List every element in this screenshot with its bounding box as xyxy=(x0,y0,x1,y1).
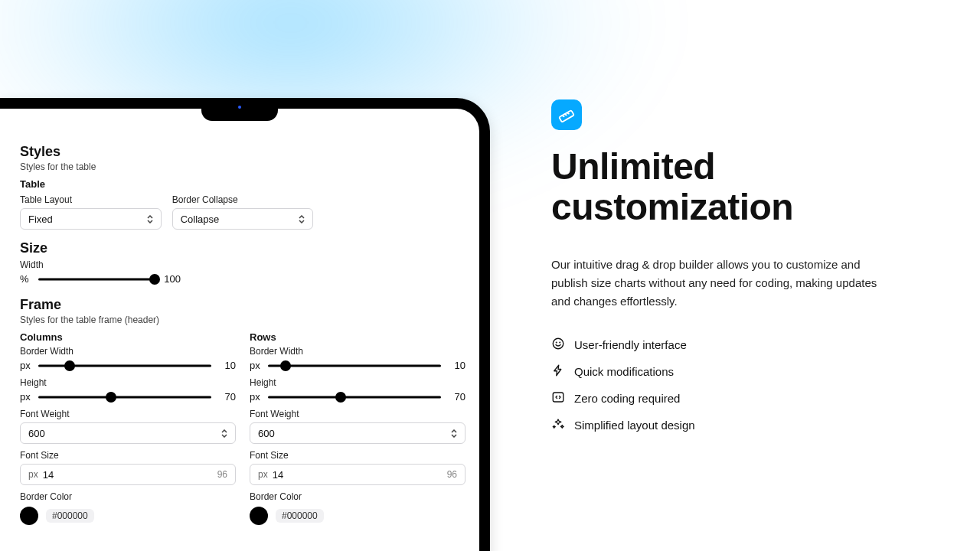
chevron-updown-icon xyxy=(147,215,153,223)
chevron-updown-icon xyxy=(451,429,457,438)
tablet-notch xyxy=(201,98,278,121)
columns-border-width-slider[interactable] xyxy=(38,360,211,371)
hero-section: Unlimited customization Our intuitive dr… xyxy=(551,99,919,433)
rows-heading: Rows xyxy=(250,331,466,343)
rows-font-size-value: 14 xyxy=(273,469,283,481)
hero-description: Our intuitive drag & drop builder allows… xyxy=(551,256,896,311)
columns-font-weight-value: 600 xyxy=(28,428,45,439)
ruler-icon xyxy=(558,106,575,123)
section-size-title: Size xyxy=(20,240,466,256)
rows-font-weight-select[interactable]: 600 xyxy=(250,422,466,444)
columns-border-color-hex: #000000 xyxy=(46,509,94,523)
rows-border-width-slider[interactable] xyxy=(268,360,441,371)
sparkles-icon xyxy=(551,417,565,433)
section-frame-subtitle: Styles for the table frame (header) xyxy=(20,315,466,325)
table-layout-value: Fixed xyxy=(28,214,53,225)
lightning-icon xyxy=(551,364,565,380)
rows-font-size-label: Font Size xyxy=(250,450,466,461)
rows-border-color-label: Border Color xyxy=(250,491,466,502)
svg-point-6 xyxy=(560,342,560,343)
section-styles-title: Styles xyxy=(20,144,466,160)
rows-height-label: Height xyxy=(250,377,466,388)
columns-border-width-unit: px xyxy=(20,360,32,371)
border-collapse-select[interactable]: Collapse xyxy=(172,208,314,230)
table-layout-select[interactable]: Fixed xyxy=(20,208,162,230)
section-frame-title: Frame xyxy=(20,297,466,313)
feature-text: Simplified layout design xyxy=(574,419,695,432)
rows-border-color-hex: #000000 xyxy=(276,509,324,523)
feature-text: Zero coding required xyxy=(574,392,680,405)
tablet-device-frame: Styles Styles for the table Table Table … xyxy=(0,98,490,551)
svg-rect-0 xyxy=(559,110,574,122)
columns-font-size-label: Font Size xyxy=(20,450,236,461)
svg-point-5 xyxy=(556,342,557,343)
svg-point-4 xyxy=(553,338,564,349)
columns-font-weight-select[interactable]: 600 xyxy=(20,422,236,444)
hero-title: Unlimited customization xyxy=(551,147,919,228)
columns-height-value: 70 xyxy=(217,391,236,403)
code-icon xyxy=(551,390,565,406)
rows-border-width-value: 10 xyxy=(447,360,466,371)
rows-border-color-swatch[interactable] xyxy=(250,507,268,525)
section-styles-subtitle: Styles for the table xyxy=(20,161,466,172)
columns-font-size-unit: px xyxy=(28,469,38,480)
columns-font-size-value: 14 xyxy=(43,469,54,481)
table-layout-label: Table Layout xyxy=(20,194,162,205)
columns-height-unit: px xyxy=(20,391,32,403)
width-slider[interactable] xyxy=(38,274,156,285)
rows-border-width-unit: px xyxy=(250,360,262,371)
rows-font-size-input[interactable]: px 14 96 xyxy=(250,464,466,485)
feature-text: User-friendly interface xyxy=(574,338,687,351)
rows-font-size-max: 96 xyxy=(447,469,457,480)
width-value: 100 xyxy=(162,273,181,285)
table-heading: Table xyxy=(20,178,466,190)
chevron-updown-icon xyxy=(221,429,227,438)
width-label: Width xyxy=(20,259,466,270)
columns-font-weight-label: Font Weight xyxy=(20,409,236,419)
border-collapse-label: Border Collapse xyxy=(172,194,314,205)
feature-item: Quick modifications xyxy=(551,364,919,380)
feature-item: Simplified layout design xyxy=(551,417,919,433)
columns-border-width-label: Border Width xyxy=(20,346,236,357)
rows-border-width-label: Border Width xyxy=(250,346,466,357)
rows-height-value: 70 xyxy=(447,391,466,403)
columns-border-color-label: Border Color xyxy=(20,491,236,502)
feature-text: Quick modifications xyxy=(574,365,674,378)
columns-heading: Columns xyxy=(20,331,236,343)
columns-border-width-value: 10 xyxy=(217,360,236,371)
chevron-updown-icon xyxy=(299,215,305,223)
width-unit: % xyxy=(20,273,32,285)
styles-panel: Styles Styles for the table Table Table … xyxy=(20,144,466,551)
svg-rect-7 xyxy=(553,393,564,402)
columns-font-size-input[interactable]: px 14 96 xyxy=(20,464,236,485)
feature-item: Zero coding required xyxy=(551,390,919,406)
rows-font-weight-label: Font Weight xyxy=(250,409,466,419)
columns-border-color-swatch[interactable] xyxy=(20,507,38,525)
columns-height-slider[interactable] xyxy=(38,392,211,403)
rows-font-weight-value: 600 xyxy=(258,428,275,439)
feature-item: User-friendly interface xyxy=(551,337,919,353)
smile-icon xyxy=(551,337,565,353)
rows-font-size-unit: px xyxy=(258,469,268,480)
columns-font-size-max: 96 xyxy=(217,469,227,480)
border-collapse-value: Collapse xyxy=(181,214,220,225)
hero-icon-tile xyxy=(551,99,582,130)
columns-height-label: Height xyxy=(20,377,236,388)
rows-height-unit: px xyxy=(250,391,262,403)
rows-height-slider[interactable] xyxy=(268,392,441,403)
feature-list: User-friendly interface Quick modificati… xyxy=(551,337,919,433)
